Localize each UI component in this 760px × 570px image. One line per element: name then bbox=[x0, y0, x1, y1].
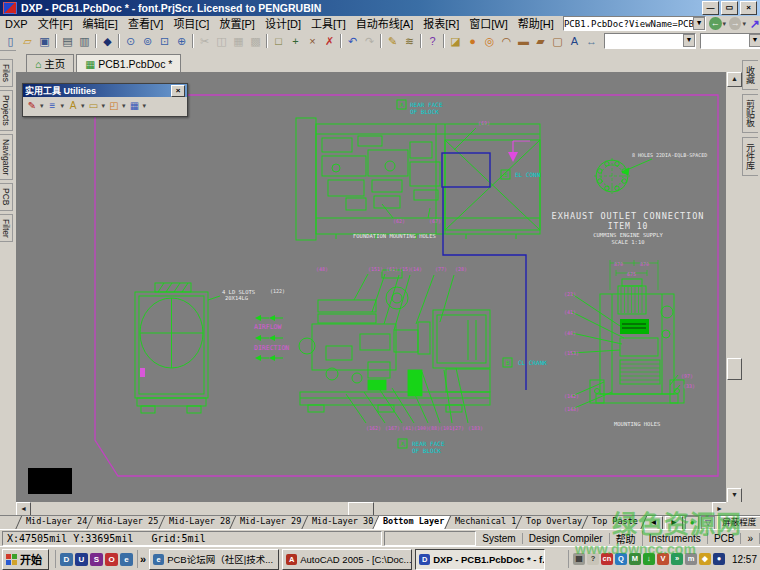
cut-icon[interactable]: ✂ bbox=[196, 33, 213, 49]
mouse-driver-tray-icon[interactable]: m bbox=[685, 553, 697, 565]
scroll-left-icon[interactable]: ◄ bbox=[16, 502, 31, 516]
dropdown-icon[interactable]: ▾ bbox=[143, 102, 147, 110]
scroll-up-icon[interactable]: ▲ bbox=[727, 72, 742, 87]
right-tab-0[interactable]: 收藏 bbox=[742, 60, 758, 90]
menu-dxp[interactable]: DXP bbox=[0, 17, 33, 31]
offset-move-icon[interactable]: × bbox=[304, 33, 321, 49]
menu-item-1[interactable]: 文件[F] bbox=[33, 17, 78, 31]
messenger-tray-icon[interactable]: M bbox=[629, 553, 641, 565]
toolbar-combo-2[interactable]: ▼ bbox=[700, 33, 760, 49]
flashget-tray-icon[interactable]: » bbox=[671, 553, 683, 565]
status-panel-system[interactable]: System bbox=[476, 533, 522, 544]
help-icon[interactable]: ? bbox=[424, 33, 441, 49]
ultraedit-icon[interactable]: U bbox=[75, 553, 88, 566]
view-3d-icon[interactable]: ◆ bbox=[99, 33, 116, 49]
task-pcb-forum[interactable]: ePCB论坛网（社区|技术... bbox=[149, 549, 279, 570]
redo-icon[interactable]: ↷ bbox=[361, 33, 378, 49]
task-autocad[interactable]: AAutoCAD 2005 - [C:\Doc... bbox=[282, 549, 412, 570]
copy-icon[interactable]: ◫ bbox=[213, 33, 230, 49]
layer-tab-mechanical-1[interactable]: Mechanical 1 bbox=[443, 516, 525, 530]
document-release-icon[interactable]: ◪ bbox=[447, 33, 464, 49]
dropdown-icon[interactable]: ▾ bbox=[40, 102, 44, 110]
prev-layer-button[interactable]: ◄ bbox=[644, 516, 662, 530]
right-tab-1[interactable]: 剪贴板 bbox=[742, 94, 758, 133]
print-preview-icon[interactable]: ▥ bbox=[76, 33, 93, 49]
undo-icon[interactable]: ↶ bbox=[344, 33, 361, 49]
utility-placement-button[interactable]: ▭▾ bbox=[87, 99, 106, 113]
scroll-down-icon[interactable]: ▼ bbox=[727, 488, 742, 503]
sidebar-tab-filter[interactable]: Filter bbox=[0, 214, 13, 243]
scroll-right-icon[interactable]: ► bbox=[712, 502, 727, 516]
utilities-title-bar[interactable]: 实用工具 Utilities × bbox=[23, 84, 187, 97]
place-room-icon[interactable]: ▢ bbox=[549, 33, 566, 49]
show-desktop-icon[interactable]: D bbox=[60, 553, 73, 566]
horizontal-scrollbar[interactable]: ◄ ► bbox=[16, 502, 726, 515]
paste-icon[interactable]: ▦ bbox=[230, 33, 247, 49]
duplicate-icon[interactable]: ▩ bbox=[247, 33, 264, 49]
zoom-area-icon[interactable]: ⊡ bbox=[156, 33, 173, 49]
status-panel-design-compiler[interactable]: Design Compiler bbox=[523, 533, 610, 544]
scanner-tray-icon[interactable]: ● bbox=[713, 553, 725, 565]
layer-tab-top-paste[interactable]: Top Paste bbox=[581, 516, 647, 530]
restore-button[interactable]: ▭ bbox=[721, 1, 738, 15]
printer-icon[interactable]: ▤ bbox=[573, 553, 585, 565]
utilities-toolbar-window[interactable]: 实用工具 Utilities × ✎▾≡▾A▾▭▾◰▾▦▾ bbox=[22, 83, 188, 117]
opera-icon[interactable]: O bbox=[105, 553, 118, 566]
help-agent-icon[interactable]: ? bbox=[587, 553, 599, 565]
ime-indicator-tray-icon[interactable]: cn bbox=[601, 553, 613, 565]
office-tool-tray-icon[interactable]: ◆ bbox=[699, 553, 711, 565]
place-polygon-icon[interactable]: ▰ bbox=[532, 33, 549, 49]
status-panel-帮助[interactable]: 帮助 bbox=[610, 531, 643, 546]
move-selection-icon[interactable]: + bbox=[287, 33, 304, 49]
place-arc-icon[interactable]: ◠ bbox=[498, 33, 515, 49]
save-document-icon[interactable]: ▣ bbox=[36, 33, 53, 49]
status-panel-instruments[interactable]: Instruments bbox=[643, 533, 708, 544]
dropdown-icon[interactable]: ▾ bbox=[81, 102, 85, 110]
menu-item-2[interactable]: 编辑[E] bbox=[77, 17, 122, 31]
vertical-scrollbar[interactable]: ▲ ▼ bbox=[726, 72, 742, 502]
sidebar-tab-pcb[interactable]: PCB bbox=[0, 183, 13, 210]
layer-tab-mid-layer-24[interactable]: Mid-Layer 24 bbox=[15, 516, 97, 530]
download-manager-tray-icon[interactable]: ↓ bbox=[643, 553, 655, 565]
select-region-icon[interactable]: □ bbox=[270, 33, 287, 49]
sidebar-tab-navigator[interactable]: Navigator bbox=[0, 134, 13, 180]
dxp-home-icon[interactable]: ↗ bbox=[750, 17, 760, 31]
menu-item-6[interactable]: 设计[D] bbox=[260, 17, 306, 31]
menu-item-3[interactable]: 查看[V] bbox=[123, 17, 168, 31]
zoom-selection-icon[interactable]: ⊕ bbox=[173, 33, 190, 49]
open-document-icon[interactable]: ▱ bbox=[19, 33, 36, 49]
place-via-icon[interactable]: ◎ bbox=[481, 33, 498, 49]
utility-lines-button[interactable]: ✎▾ bbox=[25, 99, 44, 113]
place-dimension-icon[interactable]: ↔ bbox=[583, 33, 600, 49]
interactive-routing-icon[interactable]: ✎ bbox=[384, 33, 401, 49]
horizontal-scroll-thumb[interactable] bbox=[348, 502, 374, 516]
right-tab-2[interactable]: 元件库 bbox=[742, 137, 758, 176]
utilities-close-icon[interactable]: × bbox=[171, 85, 185, 97]
place-string-icon[interactable]: A bbox=[566, 33, 583, 49]
layer-tab-mid-layer-25[interactable]: Mid-Layer 25 bbox=[86, 516, 168, 530]
next-layer-button[interactable]: ► bbox=[665, 516, 683, 530]
sidebar-tab-files[interactable]: Files bbox=[0, 59, 13, 87]
forward-button[interactable]: → bbox=[729, 17, 741, 30]
menu-item-5[interactable]: 放置[P] bbox=[214, 17, 259, 31]
menu-item-8[interactable]: 自动布线[A] bbox=[351, 17, 418, 31]
document-tab-pcb1[interactable]: ▦PCB1.PcbDoc * bbox=[76, 54, 181, 72]
pcb-editor-canvas[interactable]: ABBA REAR FACEOF BLOCKEL CONNCL CRANKREA… bbox=[16, 72, 726, 502]
status-panel-pcb[interactable]: PCB bbox=[708, 533, 742, 544]
place-pad-icon[interactable]: ● bbox=[464, 33, 481, 49]
utility-alignment-button[interactable]: ≡▾ bbox=[46, 99, 65, 113]
layer-tab-mid-layer-29[interactable]: Mid-Layer 29 bbox=[229, 516, 311, 530]
vertical-scroll-thumb[interactable] bbox=[727, 358, 742, 380]
combo-dropdown-icon[interactable]: ▼ bbox=[749, 34, 760, 47]
menu-item-7[interactable]: 工具[T] bbox=[306, 17, 351, 31]
utility-dimensions-button[interactable]: A▾ bbox=[66, 99, 85, 113]
start-button[interactable]: 开始 bbox=[2, 549, 49, 570]
menu-item-10[interactable]: 窗口[W] bbox=[464, 17, 513, 31]
clear-filter-icon[interactable]: ✗ bbox=[321, 33, 338, 49]
task-dxp[interactable]: DDXP - PCB1.PcbDoc * - f... bbox=[415, 549, 545, 570]
document-tab-home[interactable]: ⌂主页 bbox=[26, 54, 74, 72]
dropdown-icon[interactable]: ▾ bbox=[102, 102, 106, 110]
document-path-combo[interactable]: PCB1.PcbDoc?ViewName=PCBEditor; ▼ bbox=[563, 16, 706, 31]
forward-dropdown-icon[interactable]: ▾ bbox=[742, 20, 746, 28]
utility-room-button[interactable]: ◰▾ bbox=[107, 99, 126, 113]
